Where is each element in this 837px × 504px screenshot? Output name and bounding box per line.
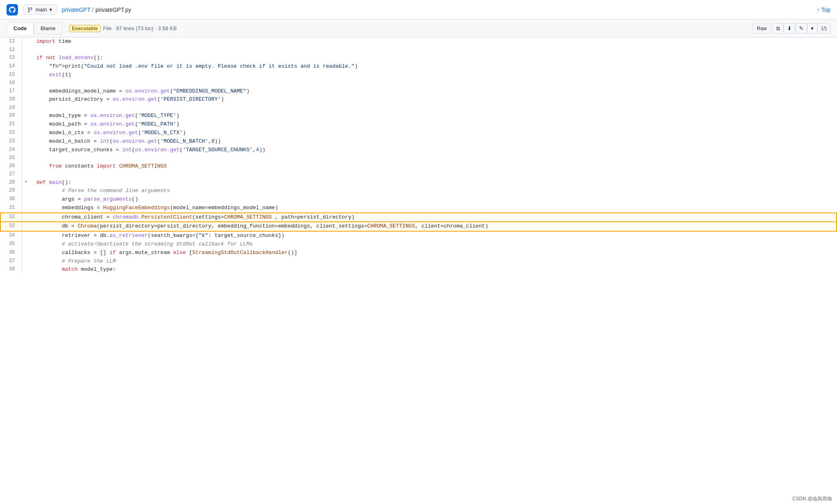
code-table: 11import time1213if not load_dotenv():14… [0, 38, 837, 274]
branch-chevron: ▾ [49, 7, 52, 13]
line-number: 31 [0, 204, 22, 213]
action-buttons: ⧉ ⬇ ✎ ▾ ⟨/⟩ [773, 23, 830, 34]
line-chevron [22, 54, 30, 62]
line-chevron [22, 257, 30, 266]
line-code: model_type = os.environ.get('MODEL_TYPE'… [30, 112, 837, 120]
line-chevron [22, 87, 30, 96]
breadcrumb-repo[interactable]: privateGPT [62, 7, 91, 13]
table-row: 38 match model_type: [0, 265, 837, 274]
line-code: model_path = os.environ.get('MODEL_PATH'… [30, 120, 837, 129]
table-row: 25 [0, 154, 837, 162]
top-bar-left: main ▾ privateGPT / privateGPT.py [7, 4, 131, 15]
line-chevron [22, 170, 30, 178]
table-row: 19 [0, 104, 837, 112]
exec-badge: Executable [69, 25, 100, 32]
line-number: 33 [0, 222, 22, 231]
breadcrumb-file: privateGPT.py [95, 7, 131, 13]
line-chevron [22, 240, 30, 249]
line-code: # Prepare the LLM [30, 257, 837, 266]
line-number: 38 [0, 265, 22, 274]
line-chevron [22, 112, 30, 120]
line-number: 24 [0, 146, 22, 155]
code-container: 11import time1213if not load_dotenv():14… [0, 38, 837, 274]
line-code: match model_type: [30, 265, 837, 274]
table-row: 22 model_n_ctx = os.environ.get('MODEL_N… [0, 129, 837, 137]
line-number: 34 [0, 231, 22, 240]
line-chevron [22, 213, 30, 222]
github-icon [7, 4, 18, 15]
copy-button[interactable]: ⧉ [773, 23, 784, 34]
line-chevron [22, 129, 30, 137]
table-row: 11import time [0, 38, 837, 46]
line-code: target_source_chunks = int(os.environ.ge… [30, 146, 837, 155]
toolbar: Code Blame Executable File · 87 lines (7… [0, 20, 837, 38]
table-row: 18 persist_directory = os.environ.get('P… [0, 95, 837, 104]
line-number: 23 [0, 137, 22, 146]
table-row: 16 [0, 79, 837, 87]
line-number: 32 [0, 213, 22, 222]
tab-blame[interactable]: Blame [34, 22, 63, 34]
line-number: 25 [0, 154, 22, 162]
toolbar-actions: Raw ⧉ ⬇ ✎ ▾ ⟨/⟩ [752, 23, 830, 34]
table-row: 12 [0, 46, 837, 54]
file-info: File · 87 lines (73 loc) · 3.58 KB [103, 25, 177, 31]
line-code: model_n_batch = int(os.environ.get('MODE… [30, 137, 837, 146]
line-chevron [22, 249, 30, 257]
table-row: 35 # activate/deactivate the streaming S… [0, 240, 837, 249]
line-code [30, 154, 837, 162]
tab-code[interactable]: Code [7, 22, 34, 34]
table-row: 29 # Parse the command line arguments [0, 187, 837, 195]
line-chevron [22, 265, 30, 274]
line-code: embeddings = HuggingFaceEmbeddings(model… [30, 204, 837, 213]
line-number: 37 [0, 257, 22, 266]
line-code: persist_directory = os.environ.get('PERS… [30, 95, 837, 104]
line-number: 14 [0, 62, 22, 71]
line-code: if not load_dotenv(): [30, 54, 837, 62]
line-number: 12 [0, 46, 22, 54]
raw-button[interactable]: Raw [752, 24, 771, 33]
line-chevron: ▾ [22, 179, 30, 187]
top-link[interactable]: ↑ Top [817, 7, 830, 13]
line-chevron [22, 95, 30, 104]
line-chevron [22, 120, 30, 129]
line-number: 28 [0, 179, 22, 187]
table-row: 15 exit(1) [0, 71, 837, 80]
line-code: exit(1) [30, 71, 837, 80]
line-code: callbacks = [] if args.mute_stream else … [30, 249, 837, 257]
line-code [30, 79, 837, 87]
download-button[interactable]: ⬇ [784, 23, 795, 33]
table-row: 32 chroma_client = chromadb.PersistentCl… [0, 213, 837, 222]
table-row: 26 from constants import CHROMA_SETTINGS [0, 162, 837, 171]
toolbar-tabs: Code Blame Executable File · 87 lines (7… [7, 22, 177, 34]
line-number: 16 [0, 79, 22, 87]
branch-label: main [35, 7, 47, 13]
table-row: 36 callbacks = [] if args.mute_stream el… [0, 249, 837, 257]
line-chevron [22, 204, 30, 213]
more-button[interactable]: ▾ [807, 23, 817, 33]
table-row: 21 model_path = os.environ.get('MODEL_PA… [0, 120, 837, 129]
table-row: 13if not load_dotenv(): [0, 54, 837, 62]
branch-button[interactable]: main ▾ [23, 4, 57, 15]
line-chevron [22, 146, 30, 155]
line-chevron [22, 104, 30, 112]
line-number: 30 [0, 195, 22, 204]
line-number: 22 [0, 129, 22, 137]
table-row: 33 db = Chroma(persist_directory=persist… [0, 222, 837, 231]
table-row: 34 retriever = db.as_retriever(search_kw… [0, 231, 837, 240]
line-chevron [22, 62, 30, 71]
line-code: retriever = db.as_retriever(search_kwarg… [30, 231, 837, 240]
line-code: chroma_client = chromadb.PersistentClien… [30, 213, 837, 222]
line-chevron [22, 137, 30, 146]
line-chevron [22, 154, 30, 162]
edit-button[interactable]: ✎ [795, 23, 807, 33]
table-row: 37 # Prepare the LLM [0, 257, 837, 266]
line-code: from constants import CHROMA_SETTINGS [30, 162, 837, 171]
line-code: model_n_ctx = os.environ.get('MODEL_N_CT… [30, 129, 837, 137]
line-code: "fn">print("Could not load .env file or … [30, 62, 837, 71]
symbol-button[interactable]: ⟨/⟩ [817, 23, 830, 33]
breadcrumb-separator: / [92, 7, 94, 13]
line-number: 29 [0, 187, 22, 195]
line-number: 11 [0, 38, 22, 46]
line-chevron [22, 162, 30, 171]
line-chevron [22, 195, 30, 204]
